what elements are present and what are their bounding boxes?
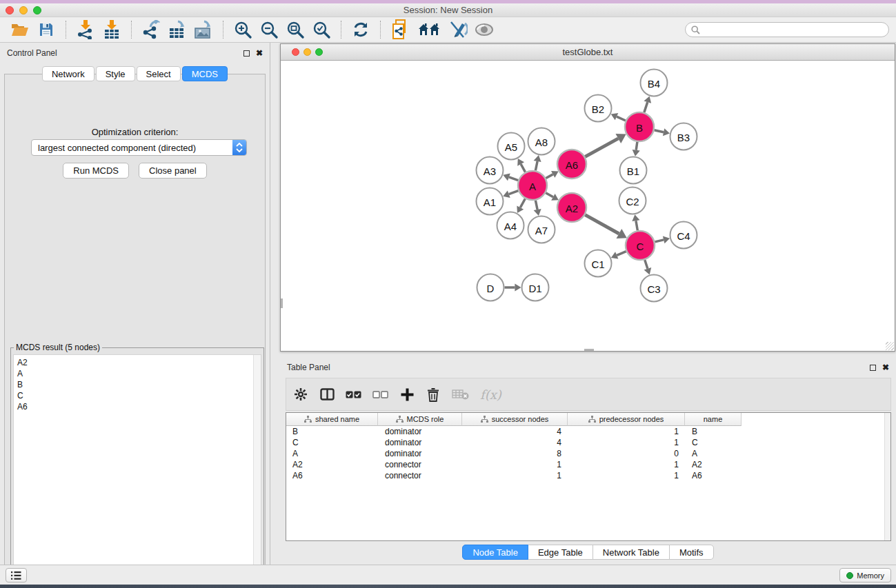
- task-history-button[interactable]: [6, 568, 27, 582]
- first-neighbors-icon[interactable]: [415, 19, 443, 40]
- graph-edge[interactable]: [509, 177, 518, 181]
- function-builder-icon[interactable]: f(x): [480, 385, 501, 403]
- resize-grip-icon[interactable]: [886, 342, 894, 350]
- import-network-icon[interactable]: [74, 19, 97, 40]
- zoom-window-button[interactable]: [33, 6, 41, 14]
- zoom-selected-icon[interactable]: [310, 19, 332, 40]
- list-item[interactable]: A: [14, 368, 261, 379]
- tab-mcds[interactable]: MCDS: [182, 66, 228, 81]
- column-header-name[interactable]: name: [685, 413, 741, 426]
- column-header-predecessor-nodes[interactable]: predecessor nodes: [568, 413, 685, 426]
- tab-node-table[interactable]: Node Table: [462, 545, 528, 560]
- graph-node-label: C1: [591, 258, 604, 270]
- minimize-window-button[interactable]: [19, 6, 28, 14]
- graph-edge[interactable]: [546, 174, 552, 179]
- graph-edge[interactable]: [509, 191, 519, 194]
- horizontal-scroll-indicator[interactable]: [584, 349, 594, 351]
- tree-icon: [396, 416, 404, 423]
- delete-column-icon[interactable]: [426, 385, 441, 403]
- graph-edge[interactable]: [546, 193, 553, 197]
- search-input[interactable]: [704, 25, 883, 34]
- show-graphics-details-icon[interactable]: [473, 19, 495, 40]
- tab-motifs[interactable]: Motifs: [669, 545, 714, 560]
- list-item[interactable]: A6: [14, 401, 261, 412]
- zoom-in-icon[interactable]: [232, 19, 254, 40]
- column-header-successor-nodes[interactable]: successor nodes: [462, 413, 568, 426]
- list-item[interactable]: B: [14, 379, 261, 390]
- list-item[interactable]: C: [14, 390, 261, 401]
- graph-edge[interactable]: [617, 252, 626, 256]
- export-table-icon[interactable]: [166, 19, 188, 40]
- table-tabs: Node Table Edge Table Network Table Moti…: [280, 545, 896, 560]
- export-network-icon[interactable]: [140, 19, 162, 40]
- close-panel-icon[interactable]: ✖: [882, 363, 889, 372]
- minimize-network-window-button[interactable]: [303, 48, 311, 56]
- select-all-icon[interactable]: [346, 385, 361, 403]
- graph-edge[interactable]: [636, 221, 637, 230]
- graph-edge[interactable]: [654, 130, 664, 132]
- column-header-mcds-role[interactable]: MCDS role: [378, 413, 462, 426]
- table-row[interactable]: A2connector11A2: [286, 459, 890, 470]
- table-row[interactable]: A6connector11A6: [286, 470, 890, 481]
- refresh-layout-icon[interactable]: [350, 19, 372, 40]
- import-table-icon[interactable]: [101, 19, 123, 40]
- mcds-result-list[interactable]: A2 A B C A6: [13, 354, 261, 579]
- graph-edge[interactable]: [535, 161, 537, 170]
- graph-edge[interactable]: [655, 240, 664, 242]
- new-network-from-selection-icon[interactable]: [389, 19, 411, 40]
- table-row[interactable]: Adominator80A: [286, 448, 890, 459]
- close-panel-button[interactable]: Close panel: [139, 163, 207, 179]
- scrollbar[interactable]: [884, 413, 890, 540]
- graph-node-label: A: [529, 181, 536, 192]
- export-image-icon[interactable]: [192, 19, 215, 40]
- close-network-window-button[interactable]: [292, 48, 299, 56]
- optimization-criterion-label: Optimization criterion:: [5, 127, 265, 137]
- tab-select[interactable]: Select: [137, 66, 181, 81]
- graph-edge[interactable]: [521, 164, 525, 172]
- delete-table-icon[interactable]: [452, 385, 469, 403]
- mcds-result-title: MCDS result (5 nodes): [14, 343, 102, 352]
- graph-edge[interactable]: [520, 199, 525, 207]
- column-header-shared-name[interactable]: shared name: [286, 413, 378, 426]
- close-window-button[interactable]: [6, 6, 14, 14]
- list-item[interactable]: A2: [14, 357, 261, 368]
- graph-edge[interactable]: [644, 102, 648, 112]
- zoom-fit-icon[interactable]: [284, 19, 306, 40]
- close-panel-icon[interactable]: ✖: [256, 49, 263, 57]
- memory-button[interactable]: Memory: [839, 568, 891, 582]
- graph-edge[interactable]: [535, 201, 537, 210]
- float-panel-icon[interactable]: [870, 365, 876, 371]
- graph-edge[interactable]: [585, 139, 618, 156]
- scrollbar[interactable]: [253, 355, 261, 578]
- tab-style[interactable]: Style: [96, 66, 135, 81]
- network-canvas[interactable]: B4B2BB3A8A5A6A3B1AA1C2A2A4A7C4CC1C3DD1: [281, 61, 895, 351]
- graph-edge[interactable]: [636, 142, 637, 150]
- tab-edge-table[interactable]: Edge Table: [528, 545, 593, 560]
- table-row[interactable]: Cdominator41C: [286, 437, 890, 448]
- network-graph: B4B2BB3A8A5A6A3B1AA1C2A2A4A7C4CC1C3DD1: [281, 61, 895, 351]
- zoom-out-icon[interactable]: [258, 19, 280, 40]
- table-settings-icon[interactable]: [293, 385, 308, 403]
- add-column-icon[interactable]: [399, 385, 415, 403]
- tab-network-table[interactable]: Network Table: [593, 545, 670, 560]
- network-window-titlebar[interactable]: testGlobe.txt: [281, 44, 895, 61]
- graph-edge[interactable]: [617, 116, 626, 121]
- graph-node-label: A4: [504, 221, 517, 232]
- open-session-icon[interactable]: [9, 19, 31, 40]
- hide-selected-icon[interactable]: [447, 19, 469, 40]
- graph-edge-arrow-icon: [632, 214, 639, 221]
- tab-network[interactable]: Network: [42, 66, 94, 81]
- search-field[interactable]: [685, 22, 889, 37]
- zoom-network-window-button[interactable]: [315, 48, 323, 56]
- vertical-scroll-indicator[interactable]: [281, 298, 283, 308]
- save-session-icon[interactable]: [35, 19, 57, 40]
- graph-edge[interactable]: [645, 260, 648, 269]
- run-mcds-button[interactable]: Run MCDS: [63, 163, 129, 179]
- float-panel-icon[interactable]: [243, 50, 250, 57]
- deselect-all-icon[interactable]: [372, 385, 388, 403]
- graph-node-label: A3: [484, 165, 496, 177]
- graph-edge[interactable]: [585, 215, 619, 234]
- column-visibility-icon[interactable]: [319, 385, 335, 403]
- optimization-criterion-dropdown[interactable]: largest connected component (directed): [31, 139, 247, 156]
- table-row[interactable]: Bdominator41B: [286, 426, 890, 437]
